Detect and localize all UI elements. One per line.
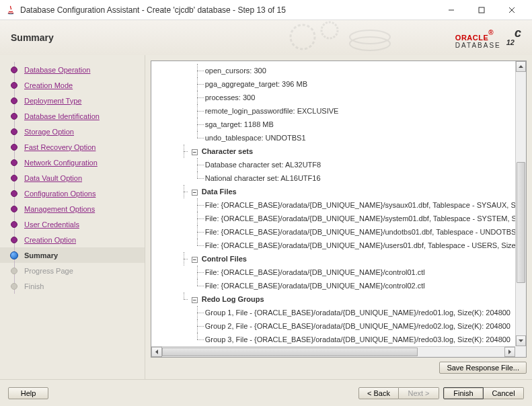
tree-leaf[interactable]: open_cursors: 300: [154, 64, 526, 77]
cancel-button[interactable]: Cancel: [484, 387, 524, 399]
step-label[interactable]: Creation Option: [24, 236, 76, 244]
tree-leaf-label: Group 1, File - {ORACLE_BASE}/oradata/{D…: [205, 309, 510, 317]
save-response-file-button[interactable]: Save Response File...: [439, 362, 527, 374]
wizard-steps-sidebar: Database OperationCreation ModeDeploymen…: [0, 55, 145, 379]
horizontal-scroll-thumb[interactable]: [162, 348, 418, 356]
scroll-corner: [515, 346, 526, 357]
wizard-step-configuration-options[interactable]: Configuration Options: [0, 186, 145, 201]
step-label[interactable]: Management Options: [24, 205, 95, 213]
wizard-step-summary: Summary: [0, 247, 145, 263]
tree-leaf[interactable]: sga_target: 1188 MB: [154, 118, 526, 131]
vertical-scrollbar[interactable]: [515, 61, 526, 346]
minimize-button[interactable]: [436, 0, 466, 19]
wizard-step-database-operation[interactable]: Database Operation: [0, 62, 145, 77]
maximize-button[interactable]: [466, 0, 496, 19]
tree-expander-icon[interactable]: −: [192, 149, 198, 155]
svg-marker-8: [519, 65, 523, 68]
svg-marker-11: [508, 350, 511, 354]
step-bullet-icon: [10, 251, 18, 259]
tree-leaf[interactable]: Database character set: AL32UTF8: [154, 158, 526, 171]
step-label[interactable]: Creation Mode: [24, 81, 73, 89]
wizard-step-database-identification[interactable]: Database Identification: [0, 108, 145, 124]
tree-expander-icon[interactable]: −: [192, 190, 198, 196]
step-bullet-icon: [11, 144, 17, 151]
oracle-logo: ORACLE® DATABASE 12c: [455, 26, 521, 50]
step-bullet-icon: [11, 206, 17, 212]
gears-decoration: [282, 20, 404, 54]
wizard-step-creation-option[interactable]: Creation Option: [0, 232, 145, 247]
wizard-step-storage-option[interactable]: Storage Option: [0, 124, 145, 139]
window-titlebar: Database Configuration Assistant - Creat…: [0, 0, 532, 20]
scroll-left-button[interactable]: [151, 347, 162, 357]
tree-leaf[interactable]: Group 3, File - {ORACLE_BASE}/oradata/{D…: [154, 333, 526, 346]
tree-leaf[interactable]: Group 2, File - {ORACLE_BASE}/oradata/{D…: [154, 319, 526, 333]
summary-tree[interactable]: open_cursors: 300pga_aggregate_target: 3…: [151, 61, 526, 349]
tree-leaf[interactable]: File: {ORACLE_BASE}/oradata/{DB_UNIQUE_N…: [154, 266, 526, 279]
tree-leaf[interactable]: File: {ORACLE_BASE}/oradata/{DB_UNIQUE_N…: [154, 279, 526, 292]
horizontal-scrollbar[interactable]: [151, 346, 515, 357]
tree-branch[interactable]: −Character sets: [154, 145, 526, 158]
step-label[interactable]: Network Configuration: [24, 159, 98, 167]
tree-leaf-label: File: {ORACLE_BASE}/oradata/{DB_UNIQUE_N…: [205, 268, 425, 276]
scroll-down-button[interactable]: [516, 335, 526, 346]
brand-version: 12c: [506, 26, 521, 50]
step-bullet-icon: [11, 82, 17, 89]
step-bullet-icon: [11, 67, 17, 73]
tree-branch[interactable]: −Data Files: [154, 185, 526, 198]
tree-expander-icon[interactable]: −: [192, 297, 198, 303]
tree-leaf[interactable]: File: {ORACLE_BASE}/oradata/{DB_UNIQUE_N…: [154, 212, 526, 225]
scroll-up-button[interactable]: [516, 61, 526, 72]
tree-leaf[interactable]: File: {ORACLE_BASE}/oradata/{DB_UNIQUE_N…: [154, 239, 526, 252]
wizard-step-user-credentials[interactable]: User Credentials: [0, 216, 145, 232]
page-title: Summary: [11, 32, 54, 43]
svg-rect-1: [479, 7, 484, 13]
tree-branch[interactable]: −Redo Log Groups: [154, 292, 526, 306]
tree-expander-icon[interactable]: −: [192, 257, 198, 263]
tree-leaf-label: National character set: AL16UTF16: [205, 174, 321, 182]
wizard-step-fast-recovery-option[interactable]: Fast Recovery Option: [0, 139, 145, 155]
step-label[interactable]: Storage Option: [24, 128, 74, 136]
tree-leaf-label: processes: 300: [205, 93, 256, 102]
vertical-scroll-thumb[interactable]: [517, 162, 525, 283]
tree-branch-label: Data Files: [202, 188, 237, 196]
wizard-step-creation-mode[interactable]: Creation Mode: [0, 77, 145, 93]
step-bullet-icon: [11, 237, 17, 243]
scroll-right-button[interactable]: [504, 347, 515, 357]
step-label: Progress Page: [24, 267, 73, 275]
step-bullet-icon: [11, 268, 17, 274]
next-button: Next >: [399, 387, 439, 399]
wizard-step-management-options[interactable]: Management Options: [0, 201, 145, 216]
step-label[interactable]: Database Operation: [24, 66, 90, 74]
wizard-footer: Help < Back Next > Finish Cancel: [0, 379, 532, 406]
tree-leaf[interactable]: National character set: AL16UTF16: [154, 171, 526, 185]
tree-leaf[interactable]: remote_login_passwordfile: EXCLUSIVE: [154, 104, 526, 118]
wizard-step-network-configuration[interactable]: Network Configuration: [0, 155, 145, 170]
wizard-step-deployment-type[interactable]: Deployment Type: [0, 93, 145, 108]
tree-branch[interactable]: −Control Files: [154, 252, 526, 266]
step-label[interactable]: Configuration Options: [24, 190, 96, 198]
tree-leaf[interactable]: pga_aggregate_target: 396 MB: [154, 77, 526, 91]
step-bullet-icon: [11, 97, 17, 104]
step-label[interactable]: Data Vault Option: [24, 174, 82, 182]
tree-leaf[interactable]: File: {ORACLE_BASE}/oradata/{DB_UNIQUE_N…: [154, 225, 526, 239]
step-label: Summary: [24, 251, 58, 259]
tree-leaf[interactable]: undo_tablespace: UNDOTBS1: [154, 131, 526, 145]
wizard-step-data-vault-option[interactable]: Data Vault Option: [0, 170, 145, 186]
close-button[interactable]: [496, 0, 527, 19]
wizard-step-finish: Finish: [0, 278, 145, 294]
tree-leaf-label: Group 2, File - {ORACLE_BASE}/oradata/{D…: [205, 322, 510, 330]
finish-button[interactable]: Finish: [443, 387, 484, 399]
tree-leaf-label: File: {ORACLE_BASE}/oradata/{DB_UNIQUE_N…: [205, 228, 521, 236]
step-label[interactable]: Fast Recovery Option: [24, 143, 96, 151]
tree-leaf[interactable]: processes: 300: [154, 91, 526, 104]
step-label[interactable]: User Credentials: [24, 220, 79, 229]
back-button[interactable]: < Back: [358, 387, 399, 399]
help-button[interactable]: Help: [8, 387, 48, 399]
step-label[interactable]: Deployment Type: [24, 97, 81, 105]
step-bullet-icon: [11, 175, 17, 181]
tree-leaf[interactable]: File: {ORACLE_BASE}/oradata/{DB_UNIQUE_N…: [154, 198, 526, 212]
tree-leaf[interactable]: Group 1, File - {ORACLE_BASE}/oradata/{D…: [154, 306, 526, 319]
svg-marker-10: [155, 350, 158, 354]
tree-leaf-label: File: {ORACLE_BASE}/oradata/{DB_UNIQUE_N…: [205, 282, 425, 290]
step-label[interactable]: Database Identification: [24, 112, 100, 120]
